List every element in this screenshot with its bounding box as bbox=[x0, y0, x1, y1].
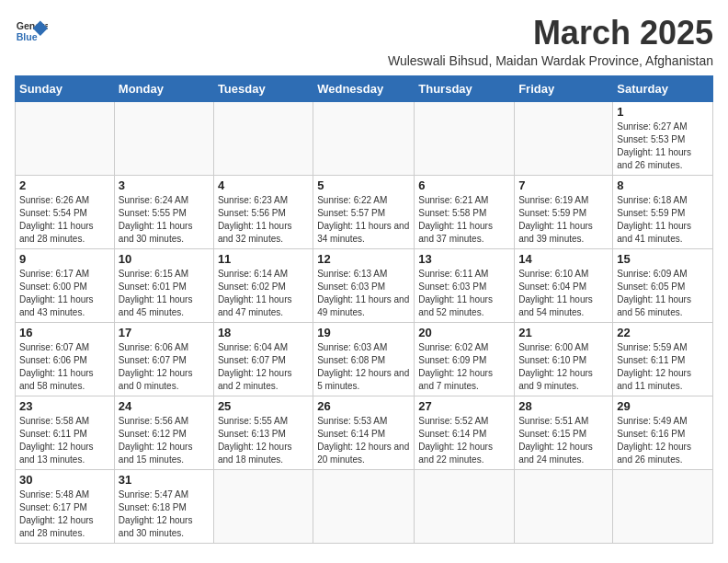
day-info: Sunrise: 6:07 AM Sunset: 6:06 PM Dayligh… bbox=[19, 341, 110, 393]
day-info: Sunrise: 6:24 AM Sunset: 5:55 PM Dayligh… bbox=[119, 194, 210, 246]
calendar-day bbox=[213, 101, 313, 175]
day-info: Sunrise: 6:21 AM Sunset: 5:58 PM Dayligh… bbox=[418, 194, 510, 246]
calendar-day: 24Sunrise: 5:56 AM Sunset: 6:12 PM Dayli… bbox=[114, 396, 213, 469]
day-number: 16 bbox=[19, 326, 110, 339]
logo: General Blue bbox=[15, 15, 48, 48]
day-info: Sunrise: 6:06 AM Sunset: 6:07 PM Dayligh… bbox=[119, 341, 210, 393]
day-info: Sunrise: 6:00 AM Sunset: 6:10 PM Dayligh… bbox=[518, 341, 609, 393]
day-number: 11 bbox=[218, 252, 309, 266]
day-info: Sunrise: 5:51 AM Sunset: 6:15 PM Dayligh… bbox=[518, 415, 609, 466]
day-info: Sunrise: 6:18 AM Sunset: 5:59 PM Dayligh… bbox=[617, 194, 709, 246]
day-info: Sunrise: 5:59 AM Sunset: 6:11 PM Dayligh… bbox=[617, 341, 709, 393]
day-number: 20 bbox=[418, 326, 510, 339]
calendar-day bbox=[515, 101, 613, 175]
day-number: 15 bbox=[617, 252, 709, 266]
day-number: 1 bbox=[617, 105, 709, 119]
day-info: Sunrise: 6:19 AM Sunset: 5:59 PM Dayligh… bbox=[518, 194, 609, 246]
day-number: 31 bbox=[119, 473, 210, 487]
calendar-day bbox=[313, 469, 415, 543]
weekday-header-tuesday: Tuesday bbox=[213, 75, 313, 101]
calendar-day: 25Sunrise: 5:55 AM Sunset: 6:13 PM Dayli… bbox=[213, 396, 313, 469]
calendar-day: 4Sunrise: 6:23 AM Sunset: 5:56 PM Daylig… bbox=[213, 175, 313, 248]
weekday-header-friday: Friday bbox=[515, 75, 613, 101]
day-info: Sunrise: 6:22 AM Sunset: 5:57 PM Dayligh… bbox=[317, 194, 410, 246]
weekday-header-sunday: Sunday bbox=[16, 75, 115, 101]
calendar-day: 17Sunrise: 6:06 AM Sunset: 6:07 PM Dayli… bbox=[114, 322, 213, 396]
day-info: Sunrise: 6:13 AM Sunset: 6:03 PM Dayligh… bbox=[317, 268, 410, 319]
calendar-day bbox=[313, 101, 415, 175]
day-info: Sunrise: 5:56 AM Sunset: 6:12 PM Dayligh… bbox=[119, 415, 210, 466]
day-number: 4 bbox=[218, 178, 309, 192]
calendar-day: 9Sunrise: 6:17 AM Sunset: 6:00 PM Daylig… bbox=[16, 248, 115, 322]
calendar-week-2: 2Sunrise: 6:26 AM Sunset: 5:54 PM Daylig… bbox=[16, 175, 713, 248]
calendar-day: 15Sunrise: 6:09 AM Sunset: 6:05 PM Dayli… bbox=[613, 248, 713, 322]
calendar-day: 21Sunrise: 6:00 AM Sunset: 6:10 PM Dayli… bbox=[515, 322, 613, 396]
calendar-day: 18Sunrise: 6:04 AM Sunset: 6:07 PM Dayli… bbox=[213, 322, 313, 396]
day-info: Sunrise: 5:48 AM Sunset: 6:17 PM Dayligh… bbox=[19, 488, 110, 540]
day-info: Sunrise: 5:53 AM Sunset: 6:14 PM Dayligh… bbox=[317, 415, 410, 466]
day-info: Sunrise: 6:02 AM Sunset: 6:09 PM Dayligh… bbox=[418, 341, 510, 393]
calendar-day: 28Sunrise: 5:51 AM Sunset: 6:15 PM Dayli… bbox=[515, 396, 613, 469]
day-number: 24 bbox=[119, 399, 210, 413]
day-number: 21 bbox=[518, 326, 609, 339]
day-info: Sunrise: 5:47 AM Sunset: 6:18 PM Dayligh… bbox=[119, 488, 210, 540]
calendar-day: 20Sunrise: 6:02 AM Sunset: 6:09 PM Dayli… bbox=[415, 322, 515, 396]
day-number: 6 bbox=[418, 178, 510, 192]
day-number: 7 bbox=[518, 178, 609, 192]
calendar-day bbox=[213, 469, 313, 543]
weekday-header-saturday: Saturday bbox=[613, 75, 713, 101]
calendar-week-5: 23Sunrise: 5:58 AM Sunset: 6:11 PM Dayli… bbox=[16, 396, 713, 469]
day-number: 30 bbox=[19, 473, 110, 487]
day-number: 12 bbox=[317, 252, 410, 266]
calendar-week-6: 30Sunrise: 5:48 AM Sunset: 6:17 PM Dayli… bbox=[16, 469, 713, 543]
day-info: Sunrise: 6:04 AM Sunset: 6:07 PM Dayligh… bbox=[218, 341, 309, 393]
calendar-day bbox=[415, 101, 515, 175]
calendar-day: 26Sunrise: 5:53 AM Sunset: 6:14 PM Dayli… bbox=[313, 396, 415, 469]
calendar-day: 16Sunrise: 6:07 AM Sunset: 6:06 PM Dayli… bbox=[16, 322, 115, 396]
day-info: Sunrise: 5:55 AM Sunset: 6:13 PM Dayligh… bbox=[218, 415, 309, 466]
calendar-day: 14Sunrise: 6:10 AM Sunset: 6:04 PM Dayli… bbox=[515, 248, 613, 322]
day-number: 23 bbox=[19, 399, 110, 413]
calendar-day: 31Sunrise: 5:47 AM Sunset: 6:18 PM Dayli… bbox=[114, 469, 213, 543]
calendar-table: SundayMondayTuesdayWednesdayThursdayFrid… bbox=[15, 75, 713, 544]
day-info: Sunrise: 6:10 AM Sunset: 6:04 PM Dayligh… bbox=[518, 268, 609, 319]
calendar-day bbox=[16, 101, 115, 175]
svg-text:Blue: Blue bbox=[17, 31, 38, 42]
calendar-day: 8Sunrise: 6:18 AM Sunset: 5:59 PM Daylig… bbox=[613, 175, 713, 248]
day-info: Sunrise: 5:52 AM Sunset: 6:14 PM Dayligh… bbox=[418, 415, 510, 466]
day-info: Sunrise: 6:23 AM Sunset: 5:56 PM Dayligh… bbox=[218, 194, 309, 246]
day-number: 3 bbox=[119, 178, 210, 192]
calendar-week-4: 16Sunrise: 6:07 AM Sunset: 6:06 PM Dayli… bbox=[16, 322, 713, 396]
calendar-day: 29Sunrise: 5:49 AM Sunset: 6:16 PM Dayli… bbox=[613, 396, 713, 469]
day-number: 9 bbox=[19, 252, 110, 266]
day-number: 27 bbox=[418, 399, 510, 413]
day-number: 22 bbox=[617, 326, 709, 339]
page-header: General Blue March 2025 Wuleswali Bihsud… bbox=[15, 15, 713, 68]
day-number: 17 bbox=[119, 326, 210, 339]
day-info: Sunrise: 6:17 AM Sunset: 6:00 PM Dayligh… bbox=[19, 268, 110, 319]
day-info: Sunrise: 5:58 AM Sunset: 6:11 PM Dayligh… bbox=[19, 415, 110, 466]
calendar-week-1: 1Sunrise: 6:27 AM Sunset: 5:53 PM Daylig… bbox=[16, 101, 713, 175]
day-number: 25 bbox=[218, 399, 309, 413]
day-number: 29 bbox=[617, 399, 709, 413]
day-info: Sunrise: 6:09 AM Sunset: 6:05 PM Dayligh… bbox=[617, 268, 709, 319]
weekday-header-row: SundayMondayTuesdayWednesdayThursdayFrid… bbox=[16, 75, 713, 101]
day-number: 2 bbox=[19, 178, 110, 192]
day-number: 19 bbox=[317, 326, 410, 339]
calendar-day: 13Sunrise: 6:11 AM Sunset: 6:03 PM Dayli… bbox=[415, 248, 515, 322]
title-block: March 2025 Wuleswali Bihsud, Maidan Ward… bbox=[388, 15, 713, 68]
day-info: Sunrise: 6:03 AM Sunset: 6:08 PM Dayligh… bbox=[317, 341, 410, 393]
day-number: 28 bbox=[518, 399, 609, 413]
calendar-day: 1Sunrise: 6:27 AM Sunset: 5:53 PM Daylig… bbox=[613, 101, 713, 175]
calendar-day: 19Sunrise: 6:03 AM Sunset: 6:08 PM Dayli… bbox=[313, 322, 415, 396]
calendar-day bbox=[415, 469, 515, 543]
calendar-day: 6Sunrise: 6:21 AM Sunset: 5:58 PM Daylig… bbox=[415, 175, 515, 248]
calendar-week-3: 9Sunrise: 6:17 AM Sunset: 6:00 PM Daylig… bbox=[16, 248, 713, 322]
calendar-day: 5Sunrise: 6:22 AM Sunset: 5:57 PM Daylig… bbox=[313, 175, 415, 248]
day-info: Sunrise: 6:26 AM Sunset: 5:54 PM Dayligh… bbox=[19, 194, 110, 246]
month-title: March 2025 bbox=[388, 15, 713, 52]
day-number: 5 bbox=[317, 178, 410, 192]
day-number: 14 bbox=[518, 252, 609, 266]
calendar-day: 30Sunrise: 5:48 AM Sunset: 6:17 PM Dayli… bbox=[16, 469, 115, 543]
calendar-day bbox=[515, 469, 613, 543]
